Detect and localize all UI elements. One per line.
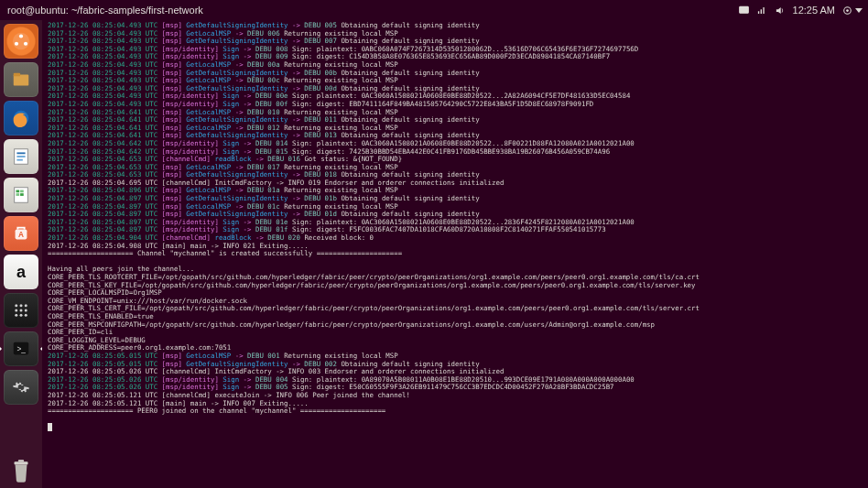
input-source-icon[interactable]: A <box>739 5 749 16</box>
svg-point-5 <box>19 34 23 38</box>
svg-point-3 <box>846 9 849 12</box>
terminal-icon[interactable]: >_ <box>4 331 38 366</box>
unity-launcher: A a >_ <box>0 20 42 488</box>
svg-text:A: A <box>18 231 24 239</box>
svg-text:>_: >_ <box>16 345 26 353</box>
terminal-output[interactable]: 2017-12-26 08:25:04.493 UTC [msp] GetDef… <box>42 20 868 488</box>
svg-point-28 <box>15 314 17 317</box>
svg-rect-14 <box>16 159 22 161</box>
trash-icon[interactable] <box>4 453 38 488</box>
svg-point-23 <box>20 304 23 307</box>
svg-rect-9 <box>14 73 20 77</box>
svg-rect-17 <box>20 190 24 193</box>
svg-point-22 <box>15 304 17 307</box>
svg-point-7 <box>24 42 27 46</box>
libreoffice-writer-icon[interactable] <box>4 139 38 174</box>
svg-point-6 <box>15 42 18 46</box>
clock-text[interactable]: 12:25 AM <box>793 5 835 16</box>
svg-rect-18 <box>16 193 20 196</box>
svg-text:A: A <box>742 6 745 12</box>
top-menu-bar: root@ubuntu: ~/fabric-samples/first-netw… <box>0 0 868 20</box>
window-title: root@ubuntu: ~/fabric-samples/first-netw… <box>7 5 203 16</box>
amazon-icon[interactable]: a <box>4 255 38 289</box>
sound-icon[interactable] <box>775 5 786 16</box>
libreoffice-calc-icon[interactable] <box>4 178 38 212</box>
svg-point-26 <box>20 309 23 312</box>
svg-rect-13 <box>16 156 25 157</box>
svg-rect-34 <box>18 460 24 461</box>
firefox-icon[interactable] <box>4 101 38 136</box>
files-icon[interactable] <box>4 62 38 97</box>
svg-rect-19 <box>20 193 24 196</box>
svg-point-25 <box>15 309 17 312</box>
svg-point-30 <box>25 314 27 317</box>
network-icon[interactable] <box>756 5 767 16</box>
svg-point-24 <box>25 304 27 307</box>
ubuntu-software-icon[interactable]: A <box>4 216 38 251</box>
session-icon[interactable] <box>842 5 863 16</box>
svg-point-27 <box>25 309 27 312</box>
apps-grid-icon[interactable] <box>4 293 38 328</box>
svg-rect-12 <box>16 152 25 154</box>
svg-point-29 <box>20 314 23 317</box>
svg-rect-33 <box>15 461 28 464</box>
dash-icon[interactable] <box>4 24 38 59</box>
settings-icon[interactable] <box>4 370 38 405</box>
svg-rect-16 <box>16 190 20 193</box>
